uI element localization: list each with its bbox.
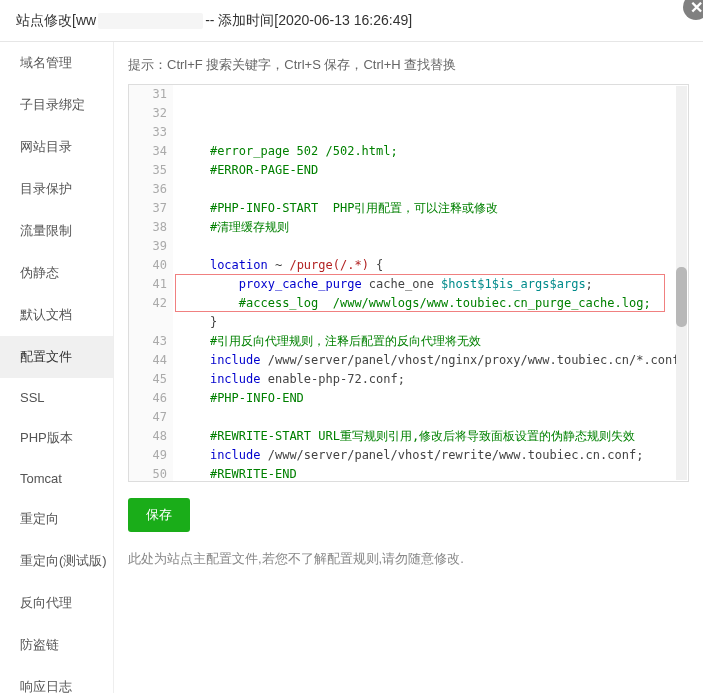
code-line: #access_log /www/wwwlogs/www.toubiec.cn_… xyxy=(181,294,688,313)
code-line: #引用反向代理规则，注释后配置的反向代理将无效 xyxy=(181,332,688,351)
sidebar-item-6[interactable]: 默认文档 xyxy=(0,294,113,336)
code-line: #PHP-INFO-START PHP引用配置，可以注释或修改 xyxy=(181,199,688,218)
code-line: include enable-php-72.conf; xyxy=(181,370,688,389)
sidebar-item-15[interactable]: 响应日志 xyxy=(0,666,113,693)
code-line: #REWRITE-END xyxy=(181,465,688,482)
sidebar-item-8[interactable]: SSL xyxy=(0,378,113,417)
sidebar-item-2[interactable]: 网站目录 xyxy=(0,126,113,168)
sidebar-item-13[interactable]: 反向代理 xyxy=(0,582,113,624)
sidebar-item-7[interactable]: 配置文件 xyxy=(0,336,113,378)
title-prefix: 站点修改[ww xyxy=(16,12,96,30)
sidebar-item-9[interactable]: PHP版本 xyxy=(0,417,113,459)
sidebar: 域名管理子目录绑定网站目录目录保护流量限制伪静态默认文档配置文件SSLPHP版本… xyxy=(0,42,114,693)
code-line: #清理缓存规则 xyxy=(181,218,688,237)
sidebar-item-14[interactable]: 防盗链 xyxy=(0,624,113,666)
dialog-header: 站点修改[ww -- 添加时间[2020-06-13 16:26:49] ✕ xyxy=(0,0,703,42)
code-line: } xyxy=(181,313,688,332)
title-suffix: -- 添加时间[2020-06-13 16:26:49] xyxy=(205,12,412,30)
code-line: #error_page 502 /502.html; xyxy=(181,142,688,161)
code-line: #PHP-INFO-END xyxy=(181,389,688,408)
code-line: #REWRITE-START URL重写规则引用,修改后将导致面板设置的伪静态规… xyxy=(181,427,688,446)
main-panel: 提示：Ctrl+F 搜索关键字，Ctrl+S 保存，Ctrl+H 查找替换 31… xyxy=(114,42,703,693)
code-area[interactable]: #error_page 502 /502.html; #ERROR-PAGE-E… xyxy=(173,85,688,481)
sidebar-item-5[interactable]: 伪静态 xyxy=(0,252,113,294)
sidebar-item-4[interactable]: 流量限制 xyxy=(0,210,113,252)
gutter: 3132333435363738394041424344454647484950 xyxy=(129,85,173,481)
code-line: include /www/server/panel/vhost/nginx/pr… xyxy=(181,351,688,370)
close-icon[interactable]: ✕ xyxy=(683,0,703,20)
redacted-domain xyxy=(98,13,203,29)
code-line: location ~ /purge(/.*) { xyxy=(181,256,688,275)
scrollbar-thumb[interactable] xyxy=(676,267,687,327)
sidebar-item-10[interactable]: Tomcat xyxy=(0,459,113,498)
sidebar-item-1[interactable]: 子目录绑定 xyxy=(0,84,113,126)
sidebar-item-12[interactable]: 重定向(测试版) xyxy=(0,540,113,582)
code-line xyxy=(181,180,688,199)
code-line: proxy_cache_purge cache_one $host$1$is_a… xyxy=(181,275,688,294)
hint-text: 提示：Ctrl+F 搜索关键字，Ctrl+S 保存，Ctrl+H 查找替换 xyxy=(128,56,689,74)
code-line xyxy=(181,237,688,256)
footer-note: 此处为站点主配置文件,若您不了解配置规则,请勿随意修改. xyxy=(128,550,689,568)
code-editor[interactable]: 3132333435363738394041424344454647484950… xyxy=(128,84,689,482)
code-line xyxy=(181,408,688,427)
scrollbar-track[interactable] xyxy=(676,86,687,480)
sidebar-item-11[interactable]: 重定向 xyxy=(0,498,113,540)
save-button[interactable]: 保存 xyxy=(128,498,190,532)
sidebar-item-0[interactable]: 域名管理 xyxy=(0,42,113,84)
sidebar-item-3[interactable]: 目录保护 xyxy=(0,168,113,210)
code-line: include /www/server/panel/vhost/rewrite/… xyxy=(181,446,688,465)
code-line: #ERROR-PAGE-END xyxy=(181,161,688,180)
